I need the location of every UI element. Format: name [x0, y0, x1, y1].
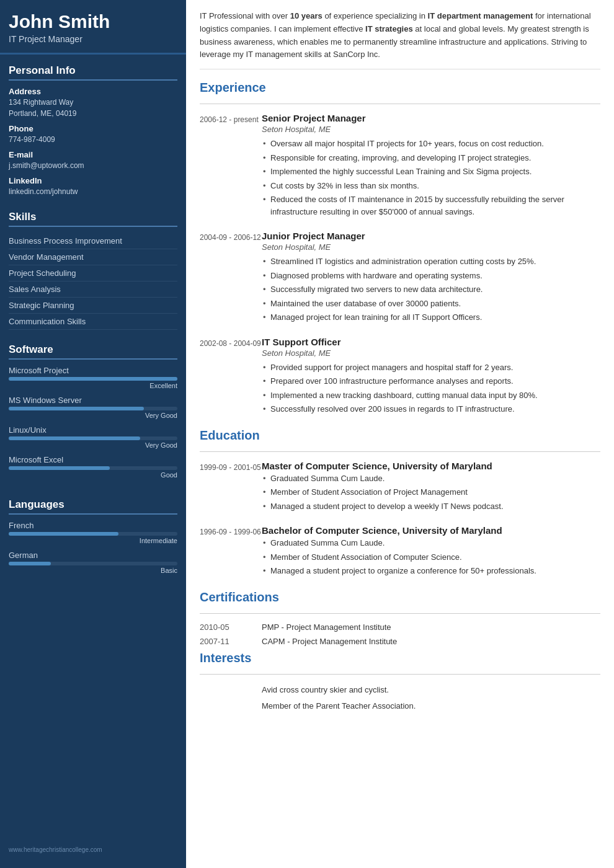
progress-bar-fill [9, 407, 144, 410]
entry: 2006-12 - present Senior Project Manager… [200, 113, 600, 219]
job-title: IT Project Manager [9, 34, 177, 44]
education-divider [200, 451, 600, 452]
entry-date: 2004-09 - 2006-12 [200, 231, 262, 326]
bullet-item: Successfully migrated two servers to new… [262, 283, 600, 296]
software-name: Microsoft Project [9, 366, 177, 375]
software-level-label: Very Good [9, 412, 177, 419]
entry-bullets: Streamlined IT logistics and administrat… [262, 255, 600, 324]
entry-title: Bachelor of Computer Science, University… [262, 525, 600, 536]
language-name: French [9, 521, 177, 530]
software-item: Microsoft Project Excellent [9, 366, 177, 389]
entry-date: 2006-12 - present [200, 113, 262, 219]
language-item: French Intermediate [9, 521, 177, 544]
certifications-section-title: Certifications [200, 590, 600, 607]
email-value: j.smith@uptowork.com [9, 160, 177, 171]
education-entries: 1999-09 - 2001-05 Master of Computer Sci… [200, 461, 600, 579]
entry-title: Master of Computer Science, University o… [262, 461, 600, 471]
entry-date: 2002-08 - 2004-09 [200, 337, 262, 417]
experience-divider [200, 104, 600, 104]
interests-section-title: Interests [200, 651, 600, 668]
entry-title: IT Support Officer [262, 337, 600, 347]
entry-org: Seton Hospital, ME [262, 242, 600, 252]
entry-bullets: Graduated Summa Cum Laude.Member of Stud… [262, 537, 600, 577]
progress-bar-fill [9, 377, 177, 381]
bullet-item: Graduated Summa Cum Laude. [262, 537, 600, 549]
entry-bullets: Oversaw all major hospital IT projects f… [262, 138, 600, 218]
cert-name: CAPM - Project Management Institute [262, 637, 397, 646]
software-name: Microsoft Excel [9, 455, 177, 464]
language-progress-bg [9, 532, 177, 536]
software-name: Linux/Unix [9, 425, 177, 435]
candidate-name: John Smith [9, 11, 177, 32]
languages-section: Languages French Intermediate German Bas… [0, 489, 186, 584]
interests-list: Avid cross country skier and cyclist.Mem… [200, 683, 600, 713]
bullet-item: Managed a student project to develop a w… [262, 500, 600, 513]
address-line1: 134 Rightward Way [9, 97, 177, 108]
progress-bar-fill [9, 466, 110, 470]
entry-title: Senior Project Manager [262, 113, 600, 123]
phone-value: 774-987-4009 [9, 134, 177, 145]
entry: 1999-09 - 2001-05 Master of Computer Sci… [200, 461, 600, 515]
bullet-item: Diagnosed problems with hardware and ope… [262, 270, 600, 282]
entry: 1996-09 - 1999-06 Bachelor of Computer S… [200, 525, 600, 579]
interest-item: Member of the Parent Teacher Association… [200, 699, 600, 713]
interests-divider [200, 674, 600, 675]
entry-bullets: Graduated Summa Cum Laude.Member of Stud… [262, 472, 600, 513]
software-section: Software Microsoft Project Excellent MS … [0, 334, 186, 489]
education-section-title: Education [200, 428, 600, 445]
bullet-item: Successfully resolved over 200 issues in… [262, 403, 600, 415]
languages-title: Languages [9, 495, 177, 515]
linkedin-label: LinkedIn [9, 176, 177, 185]
bullet-item: Responsible for creating, improving, and… [262, 152, 600, 164]
progress-bar-bg [9, 407, 177, 410]
sidebar-header: John Smith IT Project Manager [0, 0, 186, 55]
bullet-item: Provided support for project managers an… [262, 361, 600, 374]
language-progress-fill [9, 562, 51, 565]
entry-org: Seton Hospital, ME [262, 348, 600, 358]
software-level-label: Very Good [9, 441, 177, 449]
bullet-item: Member of Student Association of Compute… [262, 551, 600, 564]
personal-info-title: Personal Info [9, 61, 177, 81]
address-label: Address [9, 87, 177, 96]
cert-date: 2007-11 [200, 637, 262, 646]
bullet-item: Implemented the highly successful Lean T… [262, 166, 600, 178]
language-level-label: Basic [9, 567, 177, 574]
language-progress-bg [9, 562, 177, 565]
sidebar: John Smith IT Project Manager Personal I… [0, 0, 186, 868]
software-item: MS Windows Server Very Good [9, 396, 177, 419]
software-title: Software [9, 340, 177, 360]
certifications-divider [200, 613, 600, 614]
skill-item: Project Scheduling [9, 265, 177, 281]
main-content: IT Professional with over 10 years of ex… [186, 0, 614, 868]
bullet-item: Streamlined IT logistics and administrat… [262, 255, 600, 268]
language-level-label: Intermediate [9, 537, 177, 544]
bullet-item: Prepared over 100 infrastructure perform… [262, 375, 600, 388]
bullet-item: Graduated Summa Cum Laude. [262, 472, 600, 485]
software-level-label: Excellent [9, 382, 177, 389]
skills-title: Skills [9, 207, 177, 227]
skill-item: Business Process Improvement [9, 233, 177, 249]
skill-item: Sales Analysis [9, 281, 177, 298]
sidebar-footer: www.heritagechristiancollege.com [0, 840, 186, 856]
bullet-item: Oversaw all major hospital IT projects f… [262, 138, 600, 150]
progress-bar-fill [9, 436, 140, 440]
summary-text: IT Professional with over 10 years of ex… [200, 10, 600, 69]
cert-date: 2010-05 [200, 622, 262, 632]
entry: 2002-08 - 2004-09 IT Support Officer Set… [200, 337, 600, 417]
experience-entries: 2006-12 - present Senior Project Manager… [200, 113, 600, 417]
skill-item: Communication Skills [9, 314, 177, 330]
language-name: German [9, 551, 177, 560]
progress-bar-bg [9, 436, 177, 440]
software-item: Microsoft Excel Good [9, 455, 177, 479]
entry-content: Senior Project Manager Seton Hospital, M… [262, 113, 600, 219]
bullet-item: Implemented a new tracking dashboard, cu… [262, 389, 600, 402]
entry: 2004-09 - 2006-12 Junior Project Manager… [200, 231, 600, 326]
entry-date: 1999-09 - 2001-05 [200, 461, 262, 515]
bullet-item: Member of Student Association of Project… [262, 486, 600, 498]
entry-title: Junior Project Manager [262, 231, 600, 241]
entry-content: Master of Computer Science, University o… [262, 461, 600, 515]
bullet-item: Managed project for lean training for al… [262, 311, 600, 324]
software-name: MS Windows Server [9, 396, 177, 405]
experience-section-title: Experience [200, 81, 600, 97]
linkedin-value: linkedin.com/johnutw [9, 186, 177, 197]
